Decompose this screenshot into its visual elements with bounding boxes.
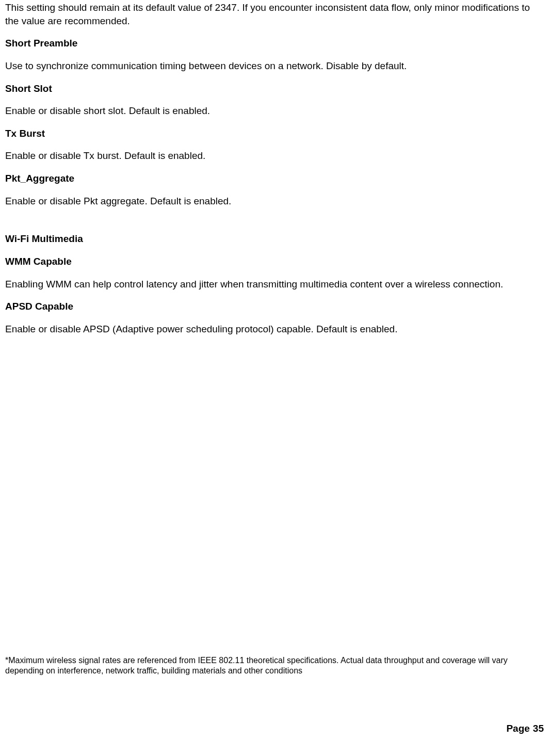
heading-apsd-capable: APSD Capable [5, 300, 545, 313]
page-number: Page35 [506, 722, 544, 735]
body-pkt-aggregate: Enable or disable Pkt aggregate. Default… [5, 195, 545, 208]
body-short-slot: Enable or disable short slot. Default is… [5, 104, 545, 118]
section-gap [5, 217, 545, 232]
heading-short-preamble: Short Preamble [5, 37, 545, 50]
page-number-value: 35 [533, 723, 544, 734]
heading-pkt-aggregate: Pkt_Aggregate [5, 172, 545, 185]
heading-wmm-capable: WMM Capable [5, 255, 545, 268]
page-label: Page [506, 723, 529, 734]
body-short-preamble: Use to synchronize communication timing … [5, 59, 545, 73]
body-apsd-capable: Enable or disable APSD (Adaptive power s… [5, 323, 545, 336]
document-body: This setting should remain at its defaul… [5, 0, 545, 336]
intro-paragraph: This setting should remain at its defaul… [5, 1, 545, 27]
heading-tx-burst: Tx Burst [5, 127, 545, 140]
body-tx-burst: Enable or disable Tx burst. Default is e… [5, 149, 545, 163]
heading-short-slot: Short Slot [5, 82, 545, 95]
footnote-text: *Maximum wireless signal rates are refer… [5, 655, 545, 676]
body-wmm-capable: Enabling WMM can help control latency an… [5, 278, 545, 291]
heading-wifi-multimedia: Wi-Fi Multimedia [5, 232, 545, 246]
